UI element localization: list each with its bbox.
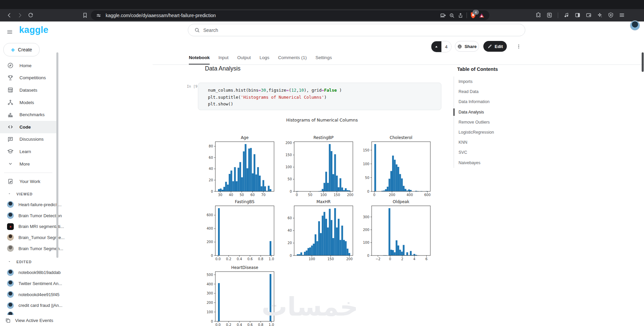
edit-button[interactable]: Edit xyxy=(483,41,507,52)
forward-icon xyxy=(17,12,23,18)
sidebar-item-learn[interactable]: Learn xyxy=(0,145,56,158)
menu-icon xyxy=(619,12,625,18)
toc-item-svc[interactable]: SVC xyxy=(454,147,535,157)
toc-item-imports[interactable]: Imports xyxy=(454,77,535,87)
histogram-MaxHR: MaxHR 100 150 200 0 20 40 60 xyxy=(279,198,358,264)
svg-text:600: 600 xyxy=(424,193,431,197)
section-title: Data Analysis xyxy=(205,65,240,72)
tab-settings[interactable]: Settings xyxy=(316,55,332,64)
watermark: خمسات xyxy=(278,293,358,321)
create-button[interactable]: + Create xyxy=(3,43,40,56)
leo-sparkle-icon[interactable] xyxy=(595,11,604,19)
svg-text:300: 300 xyxy=(207,291,213,295)
list-item[interactable]: credit card fraud ||An... xyxy=(0,300,56,311)
svg-text:60: 60 xyxy=(209,156,213,159)
upvote-button[interactable]: 4 xyxy=(431,41,451,52)
toc-item-logisticregression[interactable]: LogisticRegression xyxy=(454,127,535,137)
brave-shield-icon[interactable]: 4 xyxy=(469,11,477,20)
svg-text:400: 400 xyxy=(207,282,213,286)
svg-text:0: 0 xyxy=(290,190,292,193)
svg-text:200: 200 xyxy=(346,257,353,261)
share-page-icon[interactable] xyxy=(456,11,465,20)
back-button[interactable] xyxy=(4,10,14,20)
kaggle-logo[interactable]: kaggle xyxy=(19,25,48,35)
svg-text:100: 100 xyxy=(309,257,315,261)
svg-text:0.0: 0.0 xyxy=(215,323,221,326)
tab-comments-1-[interactable]: Comments (1) xyxy=(278,55,307,64)
vpn-shield-icon[interactable] xyxy=(606,11,615,19)
sidebar-item-discussions[interactable]: Discussions xyxy=(0,133,56,146)
list-item[interactable]: Brain_Tumour Segme... xyxy=(0,232,56,243)
extensions-icon[interactable] xyxy=(534,11,543,19)
sidebar-item-home[interactable]: Home xyxy=(0,59,56,72)
search-box-icon[interactable] xyxy=(545,11,554,19)
section-header[interactable]: EDITED xyxy=(0,257,56,267)
list-item[interactable]: notebook98b19addab xyxy=(0,267,56,278)
menu-icon[interactable] xyxy=(618,11,626,19)
avatar xyxy=(7,280,14,287)
code-text[interactable]: num_colums.hist(bins=30,figsize=(12,10),… xyxy=(208,87,342,108)
sidebar-item-models[interactable]: Models xyxy=(0,96,56,109)
sidebar-panel-icon[interactable] xyxy=(573,11,582,19)
upvote-arrow-icon[interactable] xyxy=(431,41,441,52)
svg-text:0: 0 xyxy=(211,320,213,323)
svg-text:50: 50 xyxy=(287,177,292,181)
toc-item-data-analysis[interactable]: Data Analysis xyxy=(454,107,535,117)
toc-item-naivebayes[interactable]: Naivebayes xyxy=(454,158,535,168)
svg-text:RestingBP: RestingBP xyxy=(313,135,333,140)
svg-text:Cholesterol: Cholesterol xyxy=(390,135,413,140)
toc-item-data-information[interactable]: Data Information xyxy=(454,97,535,107)
section-header[interactable]: VIEWED xyxy=(0,189,56,199)
toc-item-remove-outliers[interactable]: Remove Outliers xyxy=(454,117,535,127)
tab-input[interactable]: Input xyxy=(218,55,228,64)
tab-output[interactable]: Output xyxy=(237,55,251,64)
list-item[interactable]: Brain Tumor Segmen... xyxy=(0,243,56,254)
chevron-down-icon xyxy=(7,160,14,167)
sidebar-item-benchmarks[interactable]: Benchmarks xyxy=(0,108,56,121)
sidebar-item-code[interactable]: Code xyxy=(0,121,56,133)
zoom-out-icon[interactable] xyxy=(447,11,456,20)
svg-text:400: 400 xyxy=(407,193,413,197)
sidebar-item-datasets[interactable]: Datasets xyxy=(0,84,56,96)
reload-button[interactable] xyxy=(25,10,36,20)
site-controls-icon[interactable] xyxy=(94,11,103,20)
svg-text:60: 60 xyxy=(287,216,292,220)
page-scrollbar[interactable] xyxy=(642,52,644,72)
svg-text:0.4: 0.4 xyxy=(237,323,242,326)
list-item[interactable]: Brain Tumor Detection xyxy=(0,210,56,221)
tab-logs[interactable]: Logs xyxy=(260,55,269,64)
toc-item-read-data[interactable]: Read Data xyxy=(454,87,535,97)
sidebar-item-competitions[interactable]: Competitions xyxy=(0,72,56,84)
histogram-Oldpeak: Oldpeak −2 0 2 4 6 0 100 200 300 xyxy=(357,198,435,264)
url-bar[interactable]: kaggle.com/code/dyiaaessam/heart-failure… xyxy=(91,10,489,20)
view-active-events-label: View Active Events xyxy=(15,318,53,323)
list-item[interactable]: Brain MRI segmentati... xyxy=(0,221,56,232)
forward-button[interactable] xyxy=(15,10,25,20)
list-item[interactable]: notebookd4ee915f45 xyxy=(0,289,56,300)
svg-text:0.0: 0.0 xyxy=(215,257,221,261)
send-to-device-icon[interactable] xyxy=(439,11,447,20)
vote-count[interactable]: 4 xyxy=(441,41,451,52)
wallet-icon[interactable] xyxy=(584,11,593,19)
list-item[interactable]: Twitter Sentiment An... xyxy=(0,278,56,289)
sidebar-item-your-work[interactable]: Your Work xyxy=(0,176,56,187)
tab-notebook[interactable]: Notebook xyxy=(189,55,210,65)
svg-text:500: 500 xyxy=(207,273,213,277)
sidebar-item-more[interactable]: More xyxy=(0,158,56,170)
sidebar-scrollbar[interactable] xyxy=(56,52,58,258)
search-box-icon xyxy=(546,12,552,18)
toc-item-knn[interactable]: KNN xyxy=(454,137,535,147)
svg-text:70: 70 xyxy=(261,193,266,197)
svg-text:0: 0 xyxy=(367,190,369,193)
svg-text:0.6: 0.6 xyxy=(247,323,253,326)
search-input[interactable]: Search xyxy=(188,24,525,36)
share-button[interactable]: Share xyxy=(455,41,479,52)
more-options-icon[interactable] xyxy=(516,42,522,51)
url-text[interactable]: kaggle.com/code/dyiaaessam/heart-failure… xyxy=(106,13,216,18)
profile-avatar[interactable] xyxy=(630,20,640,31)
bookmark-icon[interactable] xyxy=(80,10,90,20)
list-item[interactable]: Heart-failure-predicti... xyxy=(0,199,56,210)
view-active-events[interactable]: View Active Events xyxy=(0,315,59,326)
music-icon[interactable] xyxy=(562,11,571,19)
sidebar-menu-icon[interactable] xyxy=(5,28,14,36)
